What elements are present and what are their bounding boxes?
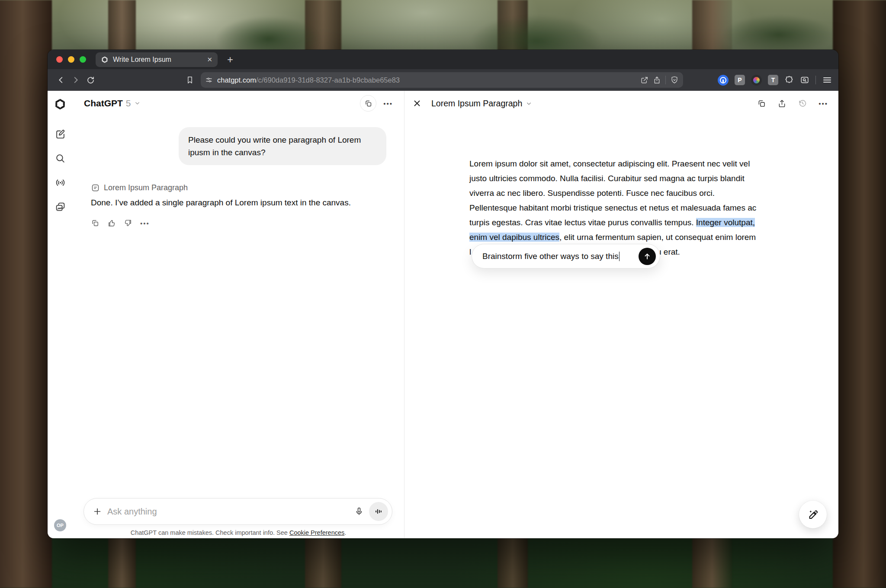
address-bar[interactable]: chatgpt.com/c/690da919-31d8-8327-aa1b-b9… xyxy=(201,72,683,88)
chatgpt-favicon xyxy=(101,56,109,64)
doc-line: justo ultricies commodo. Nulla facilisi.… xyxy=(469,171,772,186)
user-message-bubble: Please could you write one paragraph of … xyxy=(179,127,386,165)
chat-header: ChatGPT 5 ••• xyxy=(73,91,404,116)
bookmark-icon[interactable] xyxy=(183,73,197,87)
new-chat-icon[interactable] xyxy=(52,126,68,142)
zoom-window-button[interactable] xyxy=(80,56,86,63)
assistant-message-actions: ••• xyxy=(91,219,150,227)
url-path: /c/690da919-31d8-8327-aa1b-b9cbabe65e83 xyxy=(256,76,400,84)
canvas-title-dropdown[interactable]: Lorem Ipsum Paragraph xyxy=(431,99,532,109)
doc-line: Lorem ipsum dolor sit amet, consectetur … xyxy=(469,157,772,171)
copy-canvas-icon[interactable] xyxy=(757,99,766,108)
chat-composer[interactable] xyxy=(83,498,392,525)
arrow-up-icon xyxy=(643,252,652,261)
pencil-sparkle-icon xyxy=(807,509,819,521)
version-history-icon[interactable] xyxy=(798,99,807,108)
canvas-header: Lorem Ipsum Paragraph ••• xyxy=(404,91,838,116)
menu-hamburger-icon[interactable] xyxy=(822,75,832,85)
brave-shield-icon[interactable] xyxy=(670,76,679,84)
canvas-doc-chip[interactable]: Lorem Ipsum Paragraph xyxy=(91,183,188,192)
doc-line: turpis egestas. Cras vitae lectus vitae … xyxy=(469,215,772,230)
forward-button[interactable] xyxy=(68,73,83,87)
browser-window: Write Lorem Ipsum ✕ + chatgpt.com/c/690d… xyxy=(48,50,838,538)
selection-prompt-input[interactable]: Brainstorm five other ways to say this xyxy=(482,252,619,261)
voice-waveform-button[interactable] xyxy=(369,502,388,521)
send-prompt-button[interactable] xyxy=(639,248,656,265)
cookie-preferences-link[interactable]: Cookie Preferences xyxy=(289,529,344,536)
selected-text: Integer volutpat, xyxy=(696,218,755,227)
waveform-icon xyxy=(374,507,383,516)
share-icon[interactable] xyxy=(653,76,661,84)
tree-trunk xyxy=(0,0,52,588)
tab-search-icon[interactable] xyxy=(800,75,809,85)
close-canvas-icon[interactable] xyxy=(412,99,422,108)
extension-badge-t[interactable]: T xyxy=(768,75,778,85)
selection-prompt-popup[interactable]: Brainstorm five other ways to say this xyxy=(472,244,660,268)
extension-badge-p[interactable]: P xyxy=(735,75,745,85)
model-selector[interactable]: ChatGPT 5 xyxy=(84,98,141,109)
close-window-button[interactable] xyxy=(56,56,63,63)
chatgpt-sidebar-rail: OP xyxy=(48,91,73,538)
minimize-window-button[interactable] xyxy=(68,56,74,63)
voice-mode-icon[interactable] xyxy=(52,175,68,190)
site-settings-icon[interactable] xyxy=(205,76,213,84)
canvas-options-icon[interactable]: ••• xyxy=(819,100,828,107)
browser-tab-bar: Write Lorem Ipsum ✕ + xyxy=(48,50,838,69)
copy-icon[interactable] xyxy=(91,219,100,227)
model-name: ChatGPT xyxy=(84,98,123,109)
thumbs-up-icon[interactable] xyxy=(107,219,116,227)
ask-anything-input[interactable] xyxy=(107,507,349,517)
library-images-icon[interactable] xyxy=(52,199,68,214)
text-caret xyxy=(619,252,620,261)
back-button[interactable] xyxy=(54,73,68,87)
canvas-doc-chip-label: Lorem Ipsum Paragraph xyxy=(104,183,188,192)
search-icon[interactable] xyxy=(52,150,68,166)
url-text: chatgpt.com/c/690da919-31d8-8327-aa1b-b9… xyxy=(217,76,636,84)
share-upload-icon[interactable] xyxy=(777,99,786,108)
tree-trunk xyxy=(833,0,886,588)
disclaimer-suffix: . xyxy=(344,529,346,536)
chatgpt-logo[interactable] xyxy=(54,98,67,111)
document-icon xyxy=(91,183,100,192)
message-options-icon[interactable]: ••• xyxy=(140,220,150,227)
chevron-down-icon xyxy=(134,100,141,106)
suggest-edits-button[interactable] xyxy=(799,501,827,528)
browser-tab[interactable]: Write Lorem Ipsum ✕ xyxy=(96,52,218,67)
browser-toolbar: chatgpt.com/c/690da919-31d8-8327-aa1b-b9… xyxy=(48,69,838,91)
canvas-panel: Lorem Ipsum Paragraph ••• Lorem ipsum do… xyxy=(404,91,838,538)
copy-chat-button[interactable] xyxy=(360,95,376,112)
tab-title: Write Lorem Ipsum xyxy=(113,56,202,64)
chat-options-icon[interactable]: ••• xyxy=(383,100,393,107)
divider xyxy=(665,76,666,84)
extensions-puzzle-icon[interactable] xyxy=(784,75,794,85)
window-controls xyxy=(56,56,86,63)
chat-panel: ChatGPT 5 ••• Please could you write one… xyxy=(73,91,404,538)
reload-button[interactable] xyxy=(83,73,98,87)
thumbs-down-icon[interactable] xyxy=(124,219,132,227)
color-picker-extension-icon[interactable] xyxy=(751,75,762,86)
onepassword-extension-icon[interactable] xyxy=(718,75,729,86)
selected-text: enim vel dapibus ultrices xyxy=(469,233,559,242)
attach-plus-icon[interactable] xyxy=(93,507,102,516)
disclaimer-footer: ChatGPT can make mistakes. Check importa… xyxy=(73,529,404,536)
url-domain: chatgpt.com xyxy=(217,76,256,84)
disclaimer-text: ChatGPT can make mistakes. Check importa… xyxy=(131,529,289,536)
divider xyxy=(815,76,816,84)
tree-canopy xyxy=(0,0,886,52)
new-tab-button[interactable]: + xyxy=(227,54,233,66)
doc-line: Pellentesque habitant morbi tristique se… xyxy=(469,201,772,215)
doc-line: enim vel dapibus ultrices, elit urna fer… xyxy=(469,230,772,245)
model-version: 5 xyxy=(126,98,131,109)
doc-line: viverra ac nec libero. Suspendisse poten… xyxy=(469,186,772,201)
user-avatar[interactable]: OP xyxy=(54,519,66,531)
tab-close-icon[interactable]: ✕ xyxy=(207,56,212,64)
microphone-icon[interactable] xyxy=(354,507,364,516)
canvas-title: Lorem Ipsum Paragraph xyxy=(431,99,522,109)
assistant-message: Done. I’ve added a single paragraph of L… xyxy=(91,198,376,208)
chevron-down-icon xyxy=(526,100,532,107)
open-external-icon[interactable] xyxy=(640,76,648,84)
